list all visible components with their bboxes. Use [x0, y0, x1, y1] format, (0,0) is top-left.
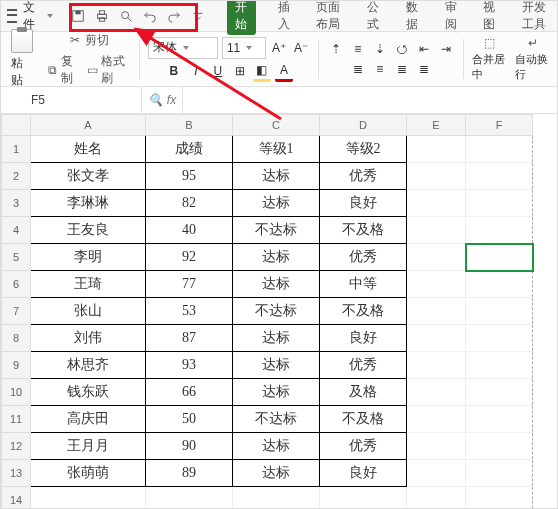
cell-F4[interactable] [466, 217, 533, 244]
tab-formulas[interactable]: 公式 [363, 0, 384, 35]
cell-C3[interactable]: 达标 [233, 190, 320, 217]
row-header-2[interactable]: 2 [2, 163, 31, 190]
cell-C5[interactable]: 达标 [233, 244, 320, 271]
cell-A2[interactable]: 张文孝 [31, 163, 146, 190]
cell-C9[interactable]: 达标 [233, 352, 320, 379]
cell-E11[interactable] [407, 406, 466, 433]
cell-A11[interactable]: 高庆田 [31, 406, 146, 433]
cell-C4[interactable]: 不达标 [233, 217, 320, 244]
cell-C2[interactable]: 达标 [233, 163, 320, 190]
tab-home[interactable]: 开始 [227, 0, 256, 35]
paste-button[interactable]: 粘贴 [7, 27, 37, 91]
cell-C14[interactable] [233, 487, 320, 510]
bold-button[interactable]: B [165, 62, 183, 80]
cell-F10[interactable] [466, 379, 533, 406]
font-color-button[interactable]: A [275, 61, 293, 82]
cell-A12[interactable]: 王月月 [31, 433, 146, 460]
cell-B11[interactable]: 50 [146, 406, 233, 433]
row-header-7[interactable]: 7 [2, 298, 31, 325]
cell-E2[interactable] [407, 163, 466, 190]
cell-B4[interactable]: 40 [146, 217, 233, 244]
row-header-3[interactable]: 3 [2, 190, 31, 217]
cell-E3[interactable] [407, 190, 466, 217]
cell-F7[interactable] [466, 298, 533, 325]
cell-A3[interactable]: 李琳琳 [31, 190, 146, 217]
cell-F13[interactable] [466, 460, 533, 487]
cell-A9[interactable]: 林思齐 [31, 352, 146, 379]
cell-D3[interactable]: 良好 [320, 190, 407, 217]
cell-C13[interactable]: 达标 [233, 460, 320, 487]
cell-E14[interactable] [407, 487, 466, 510]
cell-D8[interactable]: 良好 [320, 325, 407, 352]
print-preview-icon[interactable] [119, 9, 133, 23]
cell-B5[interactable]: 92 [146, 244, 233, 271]
spreadsheet-grid[interactable]: ABCDEF1姓名成绩等级1等级22张文孝95达标优秀3李琳琳82达标良好4王友… [1, 114, 557, 509]
tab-insert[interactable]: 插入 [274, 0, 295, 35]
cell-D5[interactable]: 优秀 [320, 244, 407, 271]
align-bottom-button[interactable]: ⇣ [371, 40, 389, 58]
row-header-1[interactable]: 1 [2, 136, 31, 163]
row-header-14[interactable]: 14 [2, 487, 31, 510]
fill-color-button[interactable]: ◧ [253, 61, 271, 82]
row-header-9[interactable]: 9 [2, 352, 31, 379]
row-header-8[interactable]: 8 [2, 325, 31, 352]
cell-C7[interactable]: 不达标 [233, 298, 320, 325]
cell-D10[interactable]: 及格 [320, 379, 407, 406]
cell-B6[interactable]: 77 [146, 271, 233, 298]
cell-C6[interactable]: 达标 [233, 271, 320, 298]
column-header-E[interactable]: E [407, 115, 466, 136]
cell-E9[interactable] [407, 352, 466, 379]
tab-view[interactable]: 视图 [479, 0, 500, 35]
font-name-select[interactable]: 宋体 [148, 37, 218, 59]
decrease-indent-button[interactable]: ⇤ [415, 40, 433, 58]
cell-C8[interactable]: 达标 [233, 325, 320, 352]
cell-C12[interactable]: 达标 [233, 433, 320, 460]
cell-B12[interactable]: 90 [146, 433, 233, 460]
cell-C1[interactable]: 等级1 [233, 136, 320, 163]
cut-button[interactable]: ✂剪切 [66, 31, 111, 50]
cell-C11[interactable]: 不达标 [233, 406, 320, 433]
column-header-D[interactable]: D [320, 115, 407, 136]
cell-D6[interactable]: 中等 [320, 271, 407, 298]
cell-E8[interactable] [407, 325, 466, 352]
fx-button[interactable]: 🔍fx [142, 87, 183, 113]
row-header-10[interactable]: 10 [2, 379, 31, 406]
cell-B9[interactable]: 93 [146, 352, 233, 379]
cell-D9[interactable]: 优秀 [320, 352, 407, 379]
row-header-4[interactable]: 4 [2, 217, 31, 244]
name-box[interactable]: F5 [1, 87, 142, 113]
print-icon[interactable] [95, 9, 109, 23]
increase-font-button[interactable]: A⁺ [270, 39, 288, 57]
cell-D14[interactable] [320, 487, 407, 510]
orientation-button[interactable]: ⭯ [393, 40, 411, 58]
cell-A8[interactable]: 刘伟 [31, 325, 146, 352]
cell-A6[interactable]: 王琦 [31, 271, 146, 298]
row-header-6[interactable]: 6 [2, 271, 31, 298]
cell-B14[interactable] [146, 487, 233, 510]
cell-B3[interactable]: 82 [146, 190, 233, 217]
cell-F6[interactable] [466, 271, 533, 298]
row-header-13[interactable]: 13 [2, 460, 31, 487]
increase-indent-button[interactable]: ⇥ [437, 40, 455, 58]
cell-F12[interactable] [466, 433, 533, 460]
cell-D2[interactable]: 优秀 [320, 163, 407, 190]
cell-D7[interactable]: 不及格 [320, 298, 407, 325]
align-top-button[interactable]: ⇡ [327, 40, 345, 58]
wrap-text-button[interactable]: ↵ 自动换行 [515, 36, 551, 82]
column-header-A[interactable]: A [31, 115, 146, 136]
cell-D4[interactable]: 不及格 [320, 217, 407, 244]
copy-button[interactable]: ⧉复制 [45, 52, 81, 88]
merge-center-button[interactable]: ⬚ 合并居中 [472, 36, 508, 82]
row-header-5[interactable]: 5 [2, 244, 31, 271]
formula-input[interactable] [183, 87, 557, 113]
column-header-B[interactable]: B [146, 115, 233, 136]
cell-A4[interactable]: 王友良 [31, 217, 146, 244]
row-header-11[interactable]: 11 [2, 406, 31, 433]
tab-review[interactable]: 审阅 [441, 0, 462, 35]
menu-icon[interactable] [7, 9, 17, 23]
cell-B2[interactable]: 95 [146, 163, 233, 190]
decrease-font-button[interactable]: A⁻ [292, 39, 310, 57]
tab-page-layout[interactable]: 页面布局 [312, 0, 345, 35]
cell-A7[interactable]: 张山 [31, 298, 146, 325]
cell-F5[interactable] [466, 244, 533, 271]
